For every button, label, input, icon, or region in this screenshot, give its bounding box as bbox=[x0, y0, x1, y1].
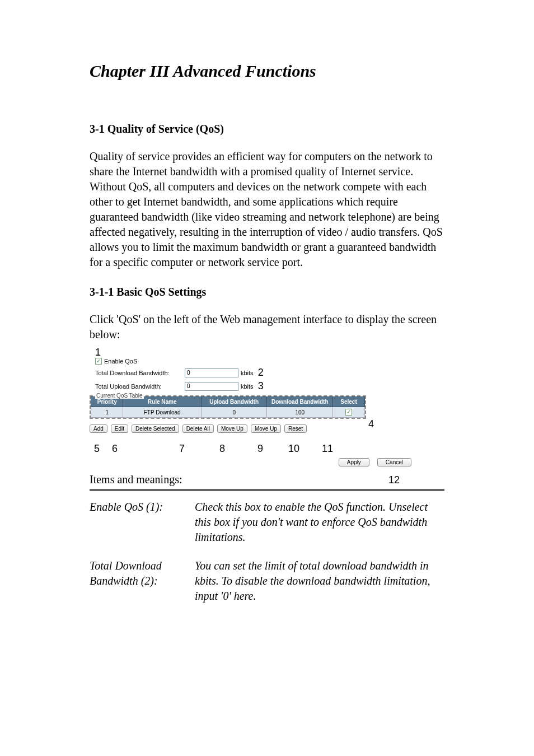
table-row: 1 FTP Download 0 100 ✓ bbox=[91, 407, 365, 418]
definitions: Enable QoS (1): Check this box to enable… bbox=[90, 500, 444, 604]
cell-priority: 1 bbox=[91, 407, 123, 418]
move-up-button[interactable]: Move Up bbox=[217, 424, 247, 433]
callout-12: 12 bbox=[388, 474, 444, 486]
callout-4: 4 bbox=[368, 418, 374, 430]
horizontal-rule bbox=[90, 489, 444, 491]
delete-selected-button[interactable]: Delete Selected bbox=[132, 424, 179, 433]
cell-upload-bw: 0 bbox=[201, 407, 267, 418]
cancel-button[interactable]: Cancel bbox=[377, 458, 411, 466]
total-download-label: Total Download Bandwidth: bbox=[95, 370, 185, 376]
col-download-bw: Download Bandwidth bbox=[267, 397, 333, 407]
col-upload-bw: Upload Bandwidth bbox=[201, 397, 267, 407]
delete-all-button[interactable]: Delete All bbox=[182, 424, 214, 433]
click-instruction: Click 'QoS' on the left of the Web manag… bbox=[90, 312, 444, 342]
edit-button[interactable]: Edit bbox=[111, 424, 128, 433]
callout-8: 8 bbox=[219, 443, 225, 455]
row-select-checkbox[interactable]: ✓ bbox=[345, 409, 352, 416]
download-unit: kbits bbox=[241, 370, 254, 376]
def-desc-total-download: You can set the limit of total download … bbox=[195, 558, 444, 604]
upload-unit: kbits bbox=[241, 383, 254, 390]
qos-table-legend: Current QoS Table bbox=[95, 393, 144, 399]
enable-qos-checkbox[interactable]: ✓ bbox=[95, 358, 102, 365]
checkmark-icon: ✓ bbox=[346, 409, 351, 415]
cell-select: ✓ bbox=[333, 407, 365, 418]
reset-button[interactable]: Reset bbox=[284, 424, 307, 433]
callout-10: 10 bbox=[288, 443, 299, 455]
callout-2: 2 bbox=[258, 367, 264, 379]
qos-table: Priority Rule Name Upload Bandwidth Down… bbox=[91, 396, 365, 418]
callout-6: 6 bbox=[112, 443, 118, 455]
callout-1: 1 bbox=[95, 347, 101, 358]
callout-9: 9 bbox=[257, 443, 263, 455]
chapter-title: Chapter III Advanced Functions bbox=[90, 62, 444, 81]
apply-button[interactable]: Apply bbox=[339, 458, 369, 466]
total-upload-label: Total Upload Bandwidth: bbox=[95, 383, 185, 390]
callout-11: 11 bbox=[322, 443, 333, 455]
def-term-enable-qos: Enable QoS (1): bbox=[90, 500, 179, 545]
section-heading-3-1: 3-1 Quality of Service (QoS) bbox=[90, 123, 444, 136]
callout-3: 3 bbox=[258, 380, 264, 392]
definition-row: Enable QoS (1): Check this box to enable… bbox=[90, 500, 444, 545]
def-desc-enable-qos: Check this box to enable the QoS functio… bbox=[195, 500, 444, 545]
cell-download-bw: 100 bbox=[267, 407, 333, 418]
button-row: Add Edit Delete Selected Delete All Move… bbox=[90, 424, 406, 433]
qos-table-wrap: Current QoS Table Priority Rule Name Upl… bbox=[90, 395, 366, 419]
section-heading-3-1-1: 3-1-1 Basic QoS Settings bbox=[90, 286, 444, 298]
qos-screenshot: 1 ✓ Enable QoS Total Download Bandwidth:… bbox=[90, 358, 406, 468]
move-down-button[interactable]: Move Up bbox=[251, 424, 281, 433]
intro-paragraph: Quality of service provides an efficient… bbox=[90, 149, 444, 270]
col-select: Select bbox=[333, 397, 365, 407]
items-and-meanings-label: Items and meanings: bbox=[90, 473, 182, 486]
total-upload-input[interactable]: 0 bbox=[185, 382, 238, 391]
apply-cancel-row: Apply Cancel bbox=[339, 458, 411, 466]
enable-qos-label: Enable QoS bbox=[104, 358, 137, 365]
add-button[interactable]: Add bbox=[90, 424, 107, 433]
checkmark-icon: ✓ bbox=[96, 358, 101, 364]
callout-5: 5 bbox=[94, 443, 100, 455]
def-term-total-download: Total Download Bandwidth (2): bbox=[90, 558, 179, 604]
total-download-input[interactable]: 0 bbox=[185, 368, 238, 377]
definition-row: Total Download Bandwidth (2): You can se… bbox=[90, 558, 444, 604]
callout-7: 7 bbox=[179, 443, 185, 455]
cell-rule-name: FTP Download bbox=[123, 407, 201, 418]
